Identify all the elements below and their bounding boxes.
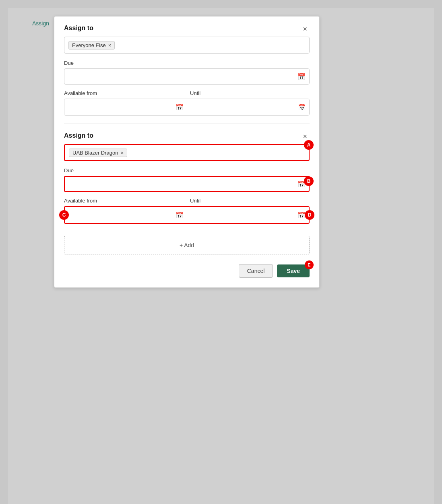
available-until-wrapper-2: 📅 📅 C D	[64, 206, 310, 224]
close-button-2[interactable]: ×	[301, 132, 310, 141]
due-label-2: Due	[64, 167, 310, 174]
section1-title: Assign to	[64, 25, 310, 32]
tag-remove-uab[interactable]: ×	[120, 150, 124, 155]
until-field-2[interactable]	[187, 207, 309, 223]
available-from-input-2: 📅	[65, 207, 187, 223]
annotation-a: A	[304, 140, 314, 150]
tag-uab: UAB Blazer Dragon ×	[69, 149, 127, 157]
annotation-d: D	[305, 210, 314, 220]
due-field-group-1: Due 📅	[64, 60, 310, 85]
available-from-label-1: Available from	[64, 90, 184, 96]
available-until-fields-2: 📅 📅	[64, 206, 310, 224]
due-field-group-2: Due 📅 B	[64, 167, 310, 192]
due-input-2[interactable]	[64, 176, 310, 192]
add-assignment-button[interactable]: + Add	[64, 236, 310, 254]
sidebar-label: Assign	[32, 20, 49, 27]
assign-to-field-1[interactable]: Everyone Else ×	[64, 37, 310, 54]
until-label-2: Until	[190, 198, 310, 204]
cancel-button[interactable]: Cancel	[239, 264, 273, 278]
page-background: Assign × Assign to Everyone Else × Due 📅	[8, 8, 434, 504]
section2-title: Assign to	[64, 132, 310, 139]
tag-remove-everyone-else[interactable]: ×	[108, 43, 112, 48]
available-from-field-1[interactable]	[64, 99, 187, 115]
due-input-wrapper-1: 📅	[64, 68, 310, 85]
assign-to-wrapper-2: UAB Blazer Dragon × A	[64, 144, 310, 161]
close-button-1[interactable]: ×	[301, 25, 310, 33]
available-from-col-2: Available from	[64, 198, 184, 206]
tag-everyone-else: Everyone Else ×	[68, 41, 115, 50]
available-from-field-2[interactable]	[65, 207, 187, 223]
modal-footer: Cancel Save E	[64, 262, 310, 278]
available-section-2: Available from Until 📅 📅	[64, 198, 310, 224]
until-col-1: Until	[190, 90, 310, 99]
save-button-wrapper: Save E	[277, 264, 310, 277]
until-col-2: Until	[190, 198, 310, 206]
annotation-b: B	[304, 176, 314, 186]
tag-label-uab: UAB Blazer Dragon	[72, 150, 118, 156]
available-from-input-1: 📅	[64, 99, 187, 115]
due-input-1[interactable]	[64, 68, 310, 85]
modal-container: × Assign to Everyone Else × Due 📅 Availa…	[54, 16, 320, 288]
assign-section-2: × Assign to UAB Blazer Dragon × A Due 📅	[64, 132, 310, 232]
available-from-col-1: Available from	[64, 90, 184, 99]
assign-section-1: × Assign to Everyone Else × Due 📅 Availa…	[64, 25, 310, 124]
until-input-2: 📅	[187, 207, 309, 223]
until-label-1: Until	[190, 90, 310, 96]
until-input-1: 📅	[187, 99, 310, 115]
due-input-wrapper-2: 📅	[64, 176, 310, 192]
available-from-label-2: Available from	[64, 198, 184, 204]
due-label-1: Due	[64, 60, 310, 66]
tag-label: Everyone Else	[72, 42, 106, 48]
until-field-1[interactable]	[187, 99, 310, 115]
available-row-1: Available from Until	[64, 90, 310, 99]
available-row-2: Available from Until	[64, 198, 310, 206]
annotation-e: E	[305, 260, 314, 269]
annotation-c: C	[59, 210, 69, 220]
assign-to-field-2[interactable]: UAB Blazer Dragon ×	[64, 144, 310, 161]
available-until-fields-1: 📅 📅	[64, 99, 310, 116]
